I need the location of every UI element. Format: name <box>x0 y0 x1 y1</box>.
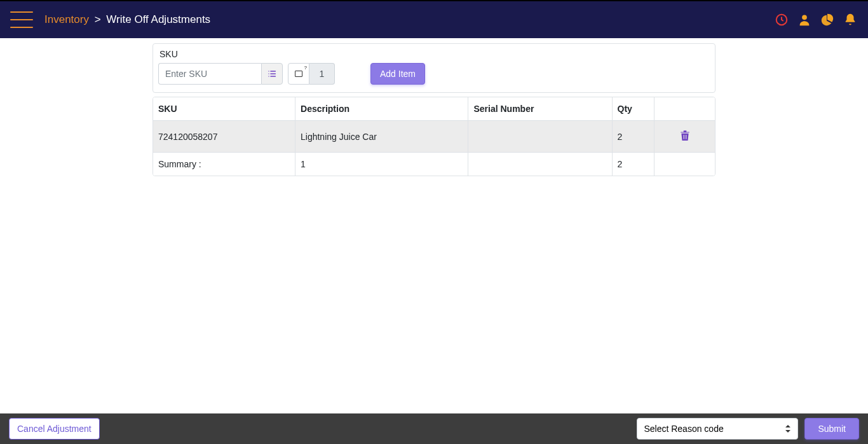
summary-count: 1 <box>295 153 468 176</box>
trash-icon <box>680 130 690 141</box>
footer-bar: Cancel Adjustment Select Reason code Sub… <box>0 413 868 444</box>
delete-row-button[interactable] <box>677 127 693 146</box>
summary-qty: 2 <box>613 153 655 176</box>
list-icon <box>267 69 277 79</box>
svg-point-1 <box>802 15 807 20</box>
col-header-sku: SKU <box>153 97 295 121</box>
cell-serial <box>468 121 612 153</box>
topbar-icons <box>774 12 858 27</box>
qty-badge-icon: ? <box>304 65 307 71</box>
col-header-description: Description <box>295 97 468 121</box>
breadcrumb-current: Write Off Adjustments <box>106 13 210 25</box>
clock-icon[interactable] <box>774 12 789 27</box>
chart-pie-icon[interactable] <box>820 12 835 27</box>
summary-label: Summary : <box>153 153 295 176</box>
col-header-qty: Qty <box>613 97 655 121</box>
qty-mode-button[interactable]: ? <box>288 63 309 85</box>
cell-sku: 724120058207 <box>153 121 295 153</box>
main-content: SKU ? Add Item <box>0 38 868 413</box>
sku-input[interactable] <box>158 63 261 85</box>
cancel-adjustment-button[interactable]: Cancel Adjustment <box>9 418 100 440</box>
cell-description: Lightning Juice Car <box>295 121 468 153</box>
sku-label: SKU <box>158 49 710 59</box>
bell-icon[interactable] <box>843 12 858 27</box>
svg-point-7 <box>268 76 269 76</box>
sku-list-button[interactable] <box>261 63 283 85</box>
cell-qty: 2 <box>613 121 655 153</box>
svg-point-5 <box>268 71 269 71</box>
user-icon[interactable] <box>797 12 812 27</box>
menu-hamburger-icon[interactable] <box>10 11 33 28</box>
breadcrumb-separator: > <box>95 13 101 25</box>
col-header-serial: Serial Number <box>468 97 612 121</box>
table-row: 724120058207 Lightning Juice Car 2 <box>153 121 715 153</box>
summary-serial <box>468 153 612 176</box>
sku-entry-card: SKU ? Add Item <box>153 43 715 93</box>
breadcrumb: Inventory > Write Off Adjustments <box>44 13 210 26</box>
reason-code-select[interactable]: Select Reason code <box>637 418 798 440</box>
add-item-button[interactable]: Add Item <box>370 63 425 85</box>
qty-input[interactable] <box>309 63 335 85</box>
svg-point-6 <box>268 73 269 74</box>
box-icon <box>295 71 302 77</box>
items-table: SKU Description Serial Number Qty 724120… <box>153 97 715 176</box>
top-bar: Inventory > Write Off Adjustments <box>0 1 868 38</box>
col-header-actions <box>654 97 715 121</box>
submit-button[interactable]: Submit <box>804 418 859 440</box>
summary-row: Summary : 1 2 <box>153 153 715 176</box>
breadcrumb-inventory-link[interactable]: Inventory <box>44 13 89 25</box>
